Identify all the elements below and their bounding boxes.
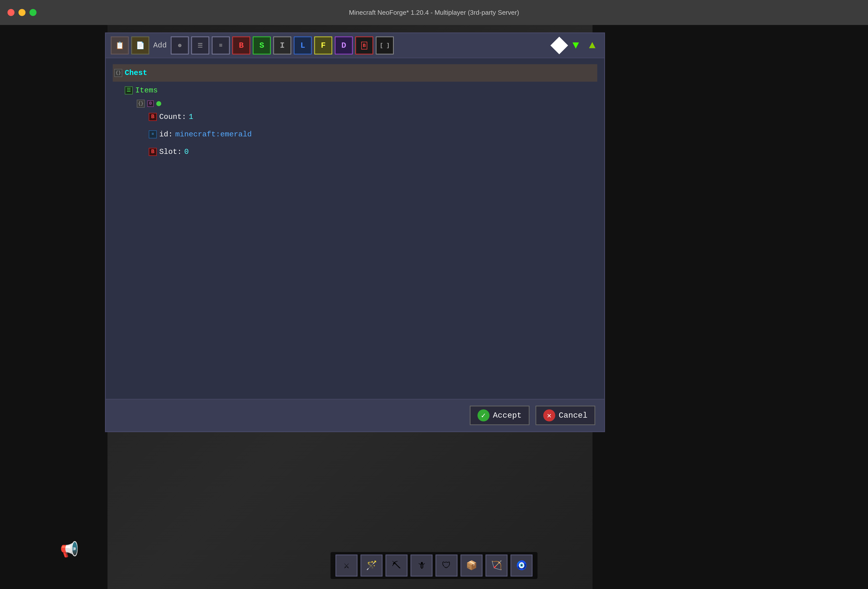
accept-button[interactable]: ✓ Accept <box>470 406 530 425</box>
slot-key: Slot: <box>159 144 182 160</box>
bg-right <box>592 0 868 589</box>
compound-tag-icon: {} <box>114 69 122 77</box>
window-title: Minecraft NeoForge* 1.20.4 - Multiplayer… <box>349 9 519 16</box>
add-int-button[interactable]: I <box>273 37 291 54</box>
items-label: Items <box>135 82 158 99</box>
add-label: Add <box>153 41 167 50</box>
maximize-button[interactable] <box>30 9 37 16</box>
add-array-icon[interactable]: ≡ <box>212 37 230 54</box>
compound-entry-icon: {} <box>137 100 145 107</box>
add-string-button[interactable]: [ ] <box>376 37 394 54</box>
add-short-button[interactable]: S <box>253 37 271 54</box>
move-up-button[interactable]: ▲ <box>585 38 599 53</box>
id-key: id: <box>159 126 173 143</box>
count-value: 1 <box>189 109 193 125</box>
nbt-id-row[interactable]: ≡ id: minecraft:emerald <box>113 126 597 143</box>
accept-label: Accept <box>493 411 522 420</box>
paste-icon[interactable] <box>552 38 566 53</box>
hotbar-slot-3[interactable]: ⛏ <box>385 555 407 577</box>
nbt-editor-panel: 📋 📄 Add ⊕ ☰ ≡ B S I L F D B [ ] <box>105 32 605 432</box>
id-value: minecraft:emerald <box>175 126 252 143</box>
move-down-button[interactable]: ▼ <box>569 38 583 53</box>
add-list-icon[interactable]: ☰ <box>191 37 209 54</box>
close-button[interactable] <box>7 9 15 16</box>
slot-value: 0 <box>184 144 189 160</box>
add-double-button[interactable]: D <box>335 37 353 54</box>
nbt-toolbar: 📋 📄 Add ⊕ ☰ ≡ B S I L F D B [ ] <box>106 33 604 58</box>
minimize-button[interactable] <box>19 9 25 16</box>
hotbar-slot-2[interactable]: 🪄 <box>360 555 382 577</box>
titlebar: Minecraft NeoForge* 1.20.4 - Multiplayer… <box>0 0 868 25</box>
nbt-count-row[interactable]: B Count: 1 <box>113 108 597 126</box>
nbt-root-row[interactable]: {} Chest <box>113 64 597 82</box>
byte-tag-icon-count: B <box>149 113 157 121</box>
add-byte-button[interactable]: B <box>232 37 250 54</box>
bottom-bar: ✓ Accept ✕ Cancel <box>106 399 604 431</box>
hotbar-slot-7[interactable]: 🏹 <box>486 555 508 577</box>
accept-icon: ✓ <box>477 409 490 421</box>
root-name: Chest <box>125 65 147 81</box>
add-bytearray-button[interactable]: B <box>355 37 373 54</box>
add-long-button[interactable]: L <box>294 37 312 54</box>
hotbar-slot-5[interactable]: 🛡 <box>435 555 458 577</box>
entry-dot <box>156 101 161 106</box>
cancel-icon: ✕ <box>543 409 555 421</box>
string-tag-icon: ≡ <box>149 130 157 138</box>
count-key: Count: <box>159 109 186 125</box>
byte-tag-icon-slot: B <box>149 148 157 156</box>
hotbar-slot-8[interactable]: 🧿 <box>511 555 533 577</box>
player-hud-icon: 📢 <box>60 540 79 559</box>
hotbar-slot-4[interactable]: 🗡 <box>410 555 433 577</box>
nbt-content-area: {} Chest ☰ Items {} 0 B Count: 1 ≡ id: m… <box>106 58 604 399</box>
add-compound-icon[interactable]: ⊕ <box>171 37 189 54</box>
nbt-slot-row[interactable]: B Slot: 0 <box>113 143 597 161</box>
cancel-button[interactable]: ✕ Cancel <box>536 406 595 425</box>
add-float-button[interactable]: F <box>314 37 332 54</box>
entry-index: 0 <box>147 100 154 107</box>
book-icon[interactable]: 📋 <box>111 37 129 54</box>
nbt-items-row[interactable]: ☰ Items <box>113 82 597 99</box>
hotbar: ⚔ 🪄 ⛏ 🗡 🛡 📦 🏹 🧿 <box>331 552 537 579</box>
hotbar-slot-6[interactable]: 📦 <box>461 555 483 577</box>
nbt-entry-row[interactable]: {} 0 <box>113 99 597 108</box>
map-icon[interactable]: 📄 <box>131 37 149 54</box>
bg-left <box>0 0 108 589</box>
cancel-label: Cancel <box>559 411 588 420</box>
traffic-lights <box>7 9 37 16</box>
hotbar-slot-1[interactable]: ⚔ <box>335 555 357 577</box>
list-tag-icon: ☰ <box>125 87 133 94</box>
